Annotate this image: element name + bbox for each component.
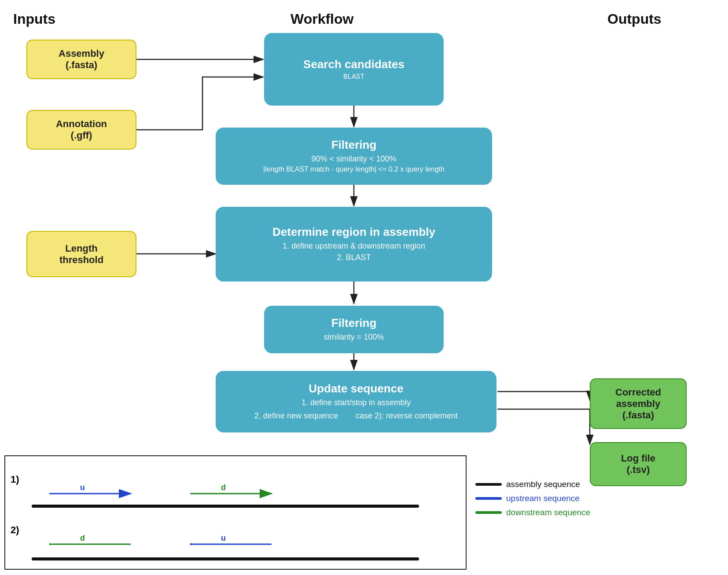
filtering1-box: Filtering 90% < similarity < 100% |lengt… (216, 128, 492, 185)
filtering2-box: Filtering similarity = 100% (264, 306, 444, 353)
row1-label: 1) (11, 474, 19, 485)
svg-text:d: d (80, 534, 85, 542)
search-candidates-box: Search candidates BLAST (264, 33, 444, 106)
annotation-input: Annotation (.gff) (26, 110, 136, 150)
update-sequence-box: Update sequence 1. define start/stop in … (216, 371, 496, 432)
svg-text:d: d (221, 483, 226, 492)
determine-region-box: Determine region in assembly 1. define u… (216, 207, 492, 282)
inputs-title: Inputs (13, 11, 55, 27)
row2-label: 2) (11, 524, 19, 536)
outputs-title: Outputs (607, 11, 662, 27)
legend: assembly sequence upstream sequence down… (475, 480, 590, 517)
workflow-title: Workflow (290, 11, 353, 27)
svg-text:u: u (80, 483, 85, 492)
length-threshold-input: Length threshold (26, 231, 136, 277)
diagram-box: 1) u d 2) d (4, 455, 467, 570)
log-file-output: Log file(.tsv) (590, 442, 687, 486)
svg-text:u: u (221, 534, 226, 542)
assembly-line-1 (32, 505, 419, 508)
corrected-assembly-output: Correctedassembly(.fasta) (590, 378, 687, 429)
assembly-line-2 (32, 557, 419, 560)
assembly-input: Assembly (.fasta) (26, 40, 136, 79)
